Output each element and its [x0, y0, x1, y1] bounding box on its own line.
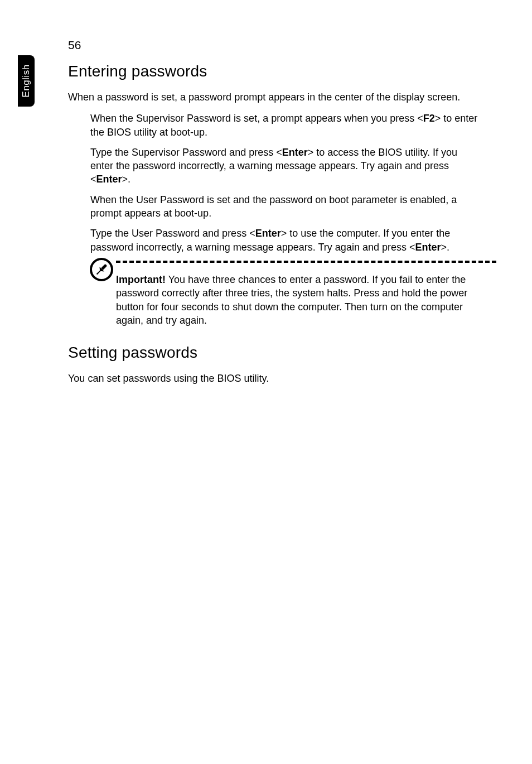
key-enter: Enter: [255, 228, 281, 239]
outro-paragraph: You can set passwords using the BIOS uti…: [68, 372, 492, 385]
note-text: Important! You have three chances to ent…: [116, 273, 486, 327]
language-label: English: [21, 64, 32, 97]
important-note: Important! You have three chances to ent…: [68, 261, 492, 327]
pin-icon: [89, 257, 114, 282]
note-label: Important!: [116, 274, 166, 285]
text: Type the Supervisor Password and press <: [90, 147, 282, 158]
content-area: Entering passwords When a password is se…: [68, 63, 492, 385]
key-enter: Enter: [415, 242, 441, 253]
list-item: When the Supervisor Password is set, a p…: [90, 112, 481, 139]
svg-rect-3: [96, 270, 101, 275]
key-enter: Enter: [282, 147, 308, 158]
heading-entering-passwords: Entering passwords: [68, 63, 492, 80]
text: >.: [122, 174, 131, 185]
page: English 56 Entering passwords When a pas…: [0, 0, 532, 764]
note-body: You have three chances to enter a passwo…: [116, 274, 467, 326]
bullet-list: When the Supervisor Password is set, a p…: [90, 112, 481, 254]
page-number: 56: [68, 39, 81, 52]
language-tab: English: [18, 55, 35, 107]
list-item: When the User Password is set and the pa…: [90, 193, 481, 220]
list-item: Type the Supervisor Password and press <…: [90, 146, 481, 186]
key-enter: Enter: [96, 174, 122, 185]
intro-paragraph: When a password is set, a password promp…: [68, 90, 492, 104]
text: When the User Password is set and the pa…: [90, 194, 457, 219]
list-item: Type the User Password and press <Enter>…: [90, 227, 481, 254]
text: >.: [441, 242, 449, 253]
heading-setting-passwords: Setting passwords: [68, 344, 492, 362]
text: When the Supervisor Password is set, a p…: [90, 113, 423, 124]
divider-dashed: [116, 261, 496, 264]
text: Type the User Password and press <: [90, 228, 255, 239]
key-f2: F2: [423, 113, 435, 124]
